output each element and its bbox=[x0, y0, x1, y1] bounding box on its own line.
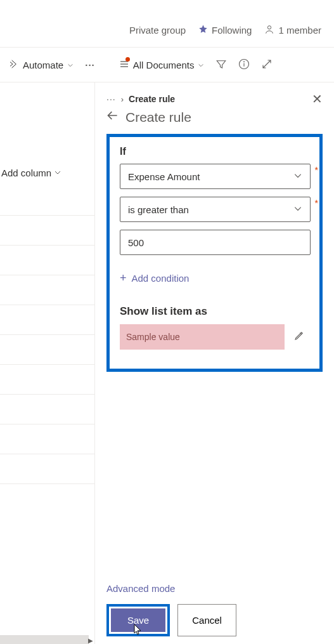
list-row bbox=[0, 365, 94, 395]
preview-row: Sample value bbox=[120, 324, 311, 350]
svg-point-6 bbox=[244, 61, 245, 62]
chevron-down-icon bbox=[293, 171, 302, 182]
list-row bbox=[0, 246, 94, 275]
create-rule-panel: ✕ ··· › Create rule Create rule If Expen… bbox=[95, 82, 334, 644]
cursor-icon bbox=[133, 623, 143, 636]
automate-icon bbox=[9, 59, 19, 71]
automate-menu[interactable]: Automate bbox=[9, 59, 74, 71]
list-row bbox=[0, 216, 94, 246]
operator-select[interactable]: is greater than bbox=[120, 197, 311, 222]
value-field-row bbox=[120, 230, 311, 255]
column-select[interactable]: Expense Amount bbox=[120, 164, 311, 189]
save-button[interactable]: Save bbox=[111, 608, 165, 632]
chevron-down-icon bbox=[67, 60, 74, 70]
chevron-down-icon bbox=[54, 168, 61, 178]
show-as-label: Show list item as bbox=[120, 305, 311, 318]
info-button[interactable] bbox=[238, 58, 250, 72]
list-row bbox=[0, 275, 94, 305]
breadcrumb: ··· › Create rule bbox=[106, 94, 323, 104]
expand-button[interactable] bbox=[261, 58, 273, 72]
horizontal-scrollbar[interactable] bbox=[0, 635, 89, 644]
chevron-right-icon: › bbox=[121, 95, 124, 104]
list-row bbox=[0, 335, 94, 365]
group-type-label: Private group bbox=[129, 25, 186, 36]
member-count[interactable]: 1 member bbox=[264, 24, 321, 36]
back-button[interactable] bbox=[106, 109, 119, 125]
scroll-right-icon[interactable]: ▶ bbox=[88, 637, 93, 644]
arrow-left-icon bbox=[106, 109, 119, 122]
required-marker: * bbox=[315, 165, 318, 175]
rule-form: If Expense Amount * is greater than * bbox=[106, 134, 323, 372]
add-column-button[interactable]: Add column bbox=[0, 160, 94, 186]
close-icon: ✕ bbox=[312, 92, 323, 106]
panel-footer: Save Cancel bbox=[106, 604, 323, 636]
add-condition-label: Add condition bbox=[132, 273, 189, 284]
notification-dot-icon bbox=[125, 57, 130, 62]
more-actions-button[interactable]: ··· bbox=[85, 60, 95, 70]
view-label: All Documents bbox=[133, 60, 195, 70]
panel-title-row: Create rule bbox=[106, 109, 323, 125]
following-toggle[interactable]: Following bbox=[198, 24, 252, 36]
close-button[interactable]: ✕ bbox=[312, 91, 323, 107]
following-label: Following bbox=[212, 25, 252, 36]
operator-field-row: is greater than * bbox=[120, 197, 311, 222]
chevron-down-icon bbox=[198, 60, 204, 70]
advanced-mode-link[interactable]: Advanced mode bbox=[106, 583, 323, 594]
operator-select-value: is greater than bbox=[128, 204, 189, 215]
breadcrumb-current: Create rule bbox=[129, 94, 175, 104]
filter-button[interactable] bbox=[215, 58, 227, 72]
value-input[interactable] bbox=[120, 230, 311, 255]
list-row bbox=[0, 305, 94, 335]
svg-point-0 bbox=[268, 25, 271, 29]
star-icon bbox=[198, 24, 208, 36]
cancel-button[interactable]: Cancel bbox=[177, 604, 236, 636]
column-field-row: Expense Amount * bbox=[120, 164, 311, 189]
list-row bbox=[0, 395, 94, 424]
add-condition-button[interactable]: + Add condition bbox=[120, 272, 311, 285]
automate-label: Automate bbox=[23, 60, 63, 70]
panel-title: Create rule bbox=[125, 110, 191, 125]
site-header: Private group Following 1 member bbox=[0, 0, 334, 48]
edit-style-button[interactable] bbox=[293, 330, 305, 344]
required-marker: * bbox=[315, 198, 318, 208]
breadcrumb-overflow-button[interactable]: ··· bbox=[106, 94, 116, 104]
list-row bbox=[0, 424, 94, 454]
left-column: Add column ▶ bbox=[0, 82, 95, 644]
paint-icon bbox=[293, 330, 305, 341]
save-highlight-wrap: Save bbox=[106, 604, 170, 636]
list-row bbox=[0, 186, 94, 216]
command-bar: Automate ··· All Documents bbox=[0, 48, 334, 82]
member-count-label: 1 member bbox=[278, 25, 321, 36]
view-switcher[interactable]: All Documents bbox=[119, 59, 205, 71]
chevron-down-icon bbox=[293, 204, 302, 215]
column-select-value: Expense Amount bbox=[128, 171, 200, 182]
list-row bbox=[0, 454, 94, 484]
preview-chip: Sample value bbox=[120, 324, 285, 350]
content-area: Add column ▶ ✕ ··· › Create rule bbox=[0, 82, 334, 644]
if-label: If bbox=[120, 146, 311, 157]
add-column-label: Add column bbox=[1, 168, 51, 178]
plus-icon: + bbox=[120, 272, 127, 285]
person-icon bbox=[264, 24, 274, 36]
